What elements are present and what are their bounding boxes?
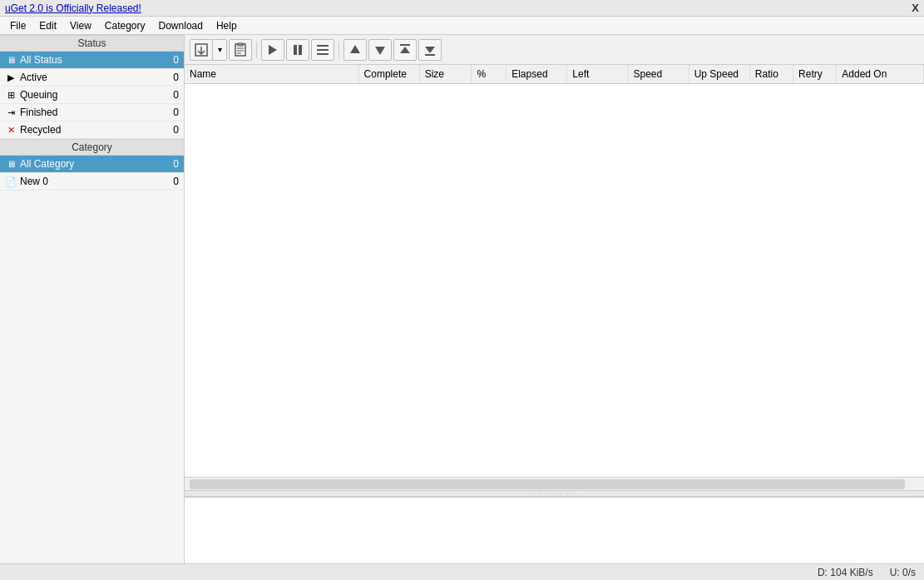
menu-download[interactable]: Download [152, 18, 210, 33]
sidebar-item-all-category[interactable]: 🖥 All Category 0 [0, 156, 184, 173]
sidebar-item-all-category-count: 0 [173, 158, 179, 170]
new-clipboard-icon [233, 42, 248, 57]
resize-handle[interactable]: · · · · · · · [185, 490, 924, 497]
new-clipboard-button[interactable] [229, 39, 252, 61]
sidebar-item-queuing-label: Queuing [20, 89, 173, 101]
col-name[interactable]: Name [185, 65, 358, 84]
queuing-icon: ⊞ [5, 90, 17, 101]
sidebar-item-queuing[interactable]: ⊞ Queuing 0 [0, 87, 184, 104]
announcement-link[interactable]: uGet 2.0 is Officially Released! [5, 2, 141, 14]
move-top-icon [398, 42, 413, 57]
svg-marker-14 [375, 47, 385, 55]
col-elapsed[interactable]: Elapsed [506, 65, 567, 84]
sidebar-item-recycled-label: Recycled [20, 124, 173, 136]
downloads-table: Name Complete Size % Elapsed Left Speed … [185, 65, 924, 84]
horizontal-scrollbar-area[interactable] [185, 477, 924, 490]
menu-file[interactable]: File [3, 18, 32, 33]
col-speed[interactable]: Speed [628, 65, 689, 84]
svg-marker-18 [425, 47, 435, 53]
new-download-button[interactable] [190, 39, 213, 61]
pause-button[interactable] [286, 39, 309, 61]
svg-rect-8 [294, 45, 297, 55]
col-size[interactable]: Size [419, 65, 472, 84]
upload-speed: U: 0/s [890, 567, 916, 578]
menu-edit[interactable]: Edit [32, 18, 63, 33]
sidebar-item-recycled-count: 0 [173, 124, 179, 136]
move-up-icon [348, 42, 363, 57]
sidebar-item-active-count: 0 [173, 72, 179, 83]
move-down-icon [373, 42, 388, 57]
sidebar-item-new0-count: 0 [173, 176, 179, 187]
close-button[interactable]: X [912, 2, 919, 14]
sidebar-item-new0[interactable]: 📄 New 0 0 [0, 173, 184, 191]
category-section-header: Category [0, 139, 184, 156]
col-retry[interactable]: Retry [793, 65, 837, 84]
status-section-header: Status [0, 35, 184, 52]
recycled-icon: ✕ [5, 125, 17, 136]
sidebar-item-finished[interactable]: ⇥ Finished 0 [0, 104, 184, 121]
active-icon: ▶ [5, 72, 17, 83]
move-up-button[interactable] [343, 39, 367, 61]
move-down-button[interactable] [368, 39, 392, 61]
play-icon [265, 42, 280, 57]
svg-rect-12 [317, 53, 329, 55]
downloads-table-area[interactable]: Name Complete Size % Elapsed Left Speed … [185, 65, 924, 477]
sidebar: Status 🖥 All Status 0 ▶ Active 0 ⊞ Queui… [0, 35, 185, 563]
col-added-on[interactable]: Added On [837, 65, 924, 84]
finished-icon: ⇥ [5, 107, 17, 118]
col-upspeed[interactable]: Up Speed [689, 65, 749, 84]
main-layout: Status 🖥 All Status 0 ▶ Active 0 ⊞ Queui… [0, 35, 924, 563]
all-status-icon: 🖥 [5, 55, 17, 65]
sidebar-item-finished-count: 0 [173, 107, 179, 118]
pause-icon [290, 42, 305, 57]
sidebar-item-all-status-count: 0 [173, 54, 179, 66]
svg-rect-9 [299, 45, 302, 55]
svg-marker-13 [350, 45, 360, 53]
sidebar-item-new0-label: New 0 [20, 176, 173, 187]
sidebar-item-recycled[interactable]: ✕ Recycled 0 [0, 121, 184, 139]
menu-view[interactable]: View [63, 18, 98, 33]
sidebar-item-all-category-label: All Category [20, 158, 173, 170]
col-percent[interactable]: % [472, 65, 506, 84]
new-download-dropdown[interactable]: ▾ [212, 39, 227, 61]
title-bar: uGet 2.0 is Officially Released! X [0, 0, 924, 17]
sidebar-item-queuing-count: 0 [173, 89, 179, 101]
properties-icon [315, 42, 330, 57]
move-bottom-icon [422, 42, 437, 57]
log-area[interactable] [185, 497, 924, 563]
start-button[interactable] [261, 39, 284, 61]
sidebar-item-finished-label: Finished [20, 107, 173, 118]
svg-marker-16 [400, 47, 410, 53]
content-area: ▾ [185, 35, 924, 563]
sidebar-item-all-status-label: All Status [20, 54, 173, 66]
properties-button[interactable] [311, 39, 334, 61]
status-bar: D: 104 KiB/s U: 0/s [0, 563, 924, 580]
col-ratio[interactable]: Ratio [749, 65, 793, 84]
svg-rect-10 [317, 45, 329, 47]
new-download-icon [194, 42, 209, 57]
menu-category[interactable]: Category [98, 18, 152, 33]
sidebar-item-active-label: Active [20, 72, 173, 83]
toolbar-separator-1 [256, 42, 257, 58]
svg-marker-7 [269, 45, 277, 55]
col-complete[interactable]: Complete [358, 65, 419, 84]
menu-help[interactable]: Help [210, 18, 244, 33]
svg-rect-3 [238, 43, 243, 46]
download-speed: D: 104 KiB/s [818, 567, 873, 578]
toolbar-separator-2 [338, 42, 339, 58]
toolbar: ▾ [185, 35, 924, 65]
new0-icon: 📄 [5, 176, 17, 187]
move-top-button[interactable] [393, 39, 417, 61]
sidebar-item-all-status[interactable]: 🖥 All Status 0 [0, 52, 184, 69]
menu-bar: File Edit View Category Download Help [0, 17, 924, 35]
svg-rect-11 [317, 49, 329, 51]
move-bottom-button[interactable] [418, 39, 442, 61]
all-category-icon: 🖥 [5, 159, 17, 169]
col-left[interactable]: Left [567, 65, 628, 84]
sidebar-item-active[interactable]: ▶ Active 0 [0, 69, 184, 87]
horizontal-scrollbar[interactable] [190, 479, 905, 489]
